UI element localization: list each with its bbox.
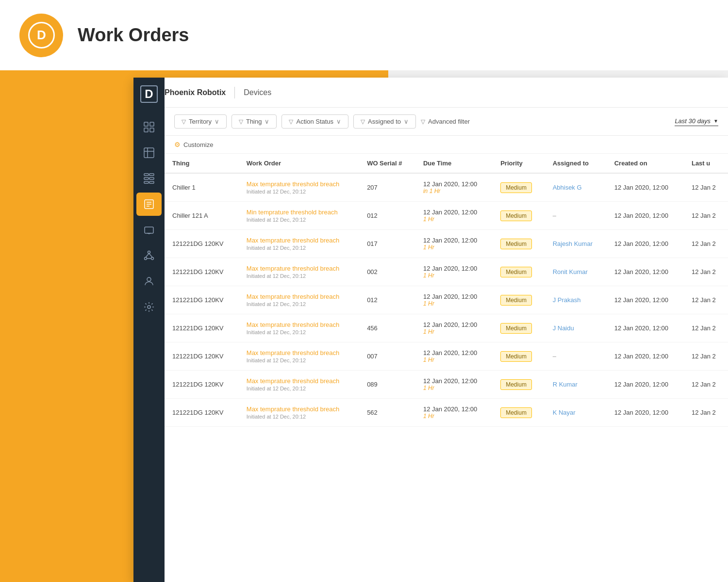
assigned-name-4[interactable]: J Prakash	[553, 296, 581, 304]
sidebar-item-dashboard[interactable]	[136, 115, 162, 139]
cell-serial-6: 007	[359, 342, 415, 371]
due-time-sub-4: 1 Hr	[423, 300, 485, 307]
work-order-title-7[interactable]: Max temprature threshold breach	[247, 377, 351, 385]
cell-assigned-5[interactable]: J Naidu	[545, 314, 607, 342]
cell-work-order-8[interactable]: Max temprature threshold breach Initiate…	[239, 399, 359, 427]
sidebar-item-devices[interactable]	[136, 218, 162, 242]
action-status-filter[interactable]: ▽ Action Status ∨	[281, 114, 348, 129]
assigned-name-7[interactable]: R Kumar	[553, 381, 578, 388]
date-range-chevron: ▼	[713, 118, 718, 124]
header-area: D Work Orders	[0, 0, 388, 70]
due-time-main-5: 12 Jan 2020, 12:00	[423, 321, 485, 328]
cell-assigned-8[interactable]: K Nayar	[545, 399, 607, 427]
assigned-name-5[interactable]: J Naidu	[553, 324, 574, 332]
table-row: 121221DG 120KV Max temprature threshold …	[165, 286, 728, 314]
col-created-on: Created on	[607, 154, 684, 173]
cell-created-8: 12 Jan 2020, 12:00	[607, 399, 684, 427]
due-time-sub-5: 1 Hr	[423, 328, 485, 335]
cell-assigned-3[interactable]: Ronit Kumar	[545, 258, 607, 286]
cell-assigned-6[interactable]: –	[545, 342, 607, 371]
svg-text:D: D	[37, 28, 46, 42]
due-time-main-2: 12 Jan 2020, 12:00	[423, 237, 485, 244]
customize-bar[interactable]: ⚙ Customize	[165, 136, 728, 154]
thing-filter-label: Thing	[246, 118, 262, 125]
work-order-sub-0: Initiated at 12 Dec, 20:12	[247, 189, 351, 194]
cell-work-order-3[interactable]: Max temprature threshold breach Initiate…	[239, 258, 359, 286]
cell-created-3: 12 Jan 2020, 12:00	[607, 258, 684, 286]
col-assigned-to: Assigned to	[545, 154, 607, 173]
work-order-title-4[interactable]: Max temprature threshold breach	[247, 293, 351, 300]
priority-badge-1: Medium	[500, 210, 532, 221]
assigned-name-8[interactable]: K Nayar	[553, 409, 576, 416]
svg-rect-6	[144, 148, 154, 158]
cell-work-order-5[interactable]: Max temprature threshold breach Initiate…	[239, 314, 359, 342]
table-header-row: Thing Work Order WO Serial # Due Time Pr…	[165, 154, 728, 173]
priority-badge-8: Medium	[500, 407, 532, 418]
work-order-title-8[interactable]: Max temprature threshold breach	[247, 405, 351, 413]
sidebar-item-users[interactable]	[136, 270, 162, 293]
action-status-filter-icon: ▽	[289, 118, 293, 125]
cell-serial-1: 012	[359, 202, 415, 230]
cell-assigned-7[interactable]: R Kumar	[545, 371, 607, 399]
work-order-sub-8: Initiated at 12 Dec, 20:12	[247, 414, 351, 420]
cell-work-order-6[interactable]: Max temprature threshold breach Initiate…	[239, 342, 359, 371]
cell-assigned-4[interactable]: J Prakash	[545, 286, 607, 314]
cell-work-order-0[interactable]: Max temprature threshold breach Initiate…	[239, 173, 359, 202]
date-range-filter[interactable]: Last 30 days ▼	[675, 117, 718, 126]
cell-priority-6: Medium	[493, 342, 545, 371]
work-order-sub-7: Initiated at 12 Dec, 20:12	[247, 386, 351, 391]
table-row: 121221DG 120KV Max temprature threshold …	[165, 371, 728, 399]
cell-assigned-1[interactable]: –	[545, 202, 607, 230]
sidebar-item-modules[interactable]	[136, 167, 162, 190]
thing-filter[interactable]: ▽ Thing ∨	[232, 114, 277, 129]
cell-thing-6: 121221DG 120KV	[165, 342, 239, 371]
due-time-main-7: 12 Jan 2020, 12:00	[423, 377, 485, 385]
cell-work-order-1[interactable]: Min temprature threshold breach Initiate…	[239, 202, 359, 230]
sidebar-item-settings[interactable]	[136, 295, 162, 319]
work-order-title-5[interactable]: Max temprature threshold breach	[247, 321, 351, 328]
cell-serial-8: 562	[359, 399, 415, 427]
svg-line-26	[149, 254, 152, 258]
advanced-filter-label: Advanced filter	[428, 118, 470, 125]
cell-last-7: 12 Jan 2	[684, 371, 728, 399]
cell-work-order-2[interactable]: Max temprature threshold breach Initiate…	[239, 230, 359, 258]
main-panel: Phoenix Robotix Devices ▽ Territory ∨ ▽ …	[133, 78, 728, 582]
work-order-title-0[interactable]: Max temprature threshold breach	[247, 180, 351, 188]
sidebar-item-workorders[interactable]	[136, 193, 162, 216]
assigned-to-filter[interactable]: ▽ Assigned to ∨	[353, 114, 416, 129]
cell-thing-8: 121221DG 120KV	[165, 399, 239, 427]
table-row: 121221DG 120KV Max temprature threshold …	[165, 399, 728, 427]
cell-due-time-2: 12 Jan 2020, 12:00 1 Hr	[415, 230, 493, 258]
work-order-title-3[interactable]: Max temprature threshold breach	[247, 265, 351, 272]
assigned-name-3[interactable]: Ronit Kumar	[553, 268, 588, 275]
assigned-name-2[interactable]: Rajesh Kumar	[553, 240, 593, 247]
cell-work-order-4[interactable]: Max temprature threshold breach Initiate…	[239, 286, 359, 314]
advanced-filter[interactable]: ▽ Advanced filter	[421, 118, 470, 125]
cell-assigned-2[interactable]: Rajesh Kumar	[545, 230, 607, 258]
sidebar-item-network[interactable]	[136, 244, 162, 267]
assigned-to-filter-icon: ▽	[361, 118, 365, 125]
work-order-sub-6: Initiated at 12 Dec, 20:12	[247, 357, 351, 363]
cell-work-order-7[interactable]: Max temprature threshold breach Initiate…	[239, 371, 359, 399]
filter-bar: ▽ Territory ∨ ▽ Thing ∨ ▽ Action Status …	[165, 108, 728, 136]
cell-due-time-4: 12 Jan 2020, 12:00 1 Hr	[415, 286, 493, 314]
territory-filter[interactable]: ▽ Territory ∨	[174, 114, 227, 129]
cell-created-7: 12 Jan 2020, 12:00	[607, 371, 684, 399]
cell-priority-5: Medium	[493, 314, 545, 342]
cell-assigned-0[interactable]: Abhisek G	[545, 173, 607, 202]
section-name: Devices	[244, 88, 271, 97]
work-order-title-6[interactable]: Max temprature threshold breach	[247, 349, 351, 356]
work-order-title-1[interactable]: Min temprature threshold breach	[247, 209, 351, 216]
svg-line-25	[146, 254, 149, 258]
thing-chevron: ∨	[265, 118, 269, 125]
assigned-name-0[interactable]: Abhisek G	[553, 184, 582, 191]
page-title: Work Orders	[78, 25, 189, 46]
due-time-sub-8: 1 Hr	[423, 413, 485, 420]
sidebar-item-grid[interactable]	[136, 141, 162, 164]
table-row: Chiller 121 A Min temprature threshold b…	[165, 202, 728, 230]
work-order-title-2[interactable]: Max temprature threshold breach	[247, 237, 351, 244]
cell-thing-1: Chiller 121 A	[165, 202, 239, 230]
due-time-main-1: 12 Jan 2020, 12:00	[423, 209, 485, 216]
priority-badge-4: Medium	[500, 295, 532, 306]
due-time-main-0: 12 Jan 2020, 12:00	[423, 180, 485, 188]
